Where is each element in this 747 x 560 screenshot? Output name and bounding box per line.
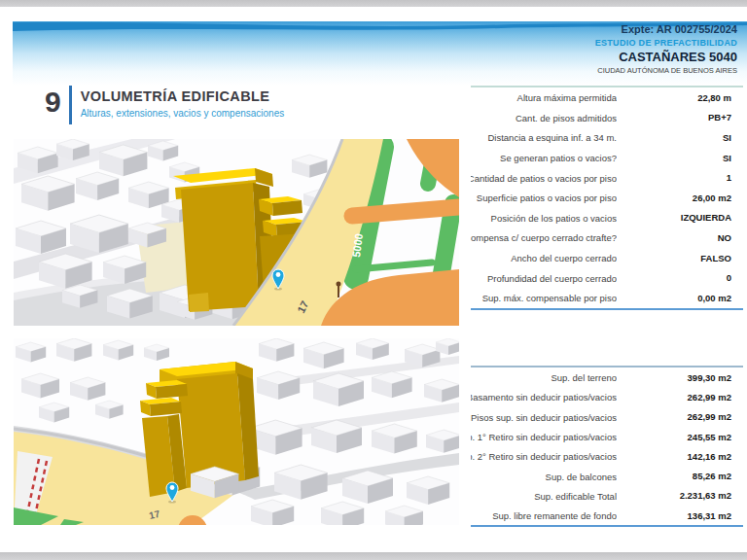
table-row: Sup. del terreno399,30 m2 — [471, 368, 743, 387]
row-value: 245,55 m2 — [617, 432, 743, 442]
row-value: 399,30 m2 — [617, 372, 743, 383]
study-type: ESTUDIO DE PREFACTIBILIDAD — [595, 39, 737, 48]
table-row: Sup. libre remanente de fondo136,31 m2 — [471, 506, 743, 525]
page-edge-bottom — [0, 552, 747, 560]
row-label: Se generan patios o vacios? — [500, 153, 617, 163]
row-label: Cant. de pisos admitidos — [516, 112, 617, 122]
row-label: Sup. edificable Total — [534, 490, 617, 501]
table-row: Cant. de pisos admitidosPB+7 — [471, 108, 743, 128]
row-value: 0 — [617, 272, 743, 283]
row-label: Superficie patios o vacios por piso — [477, 192, 617, 203]
row-label: up. Pisos sup. sin deducir patios/vacios — [471, 411, 617, 422]
table-row: Sup. de balcones85,26 m2 — [471, 466, 743, 485]
row-value: 136,31 m2 — [617, 510, 743, 521]
row-label: Sup. 2° Retiro sin deducir patios/vacios — [471, 451, 617, 462]
table-row: Distancia a esquina inf. a 34 m.SI — [471, 127, 743, 148]
row-value: NO — [617, 232, 743, 243]
table-row: Compensa c/ cuerpo cerrado ctrafte?NO — [471, 228, 743, 248]
row-label: Cantidad de patios o vacios por piso — [471, 172, 617, 183]
table-row: Sup. 1° Retiro sin deducir patios/vacios… — [471, 427, 743, 446]
row-value: 2.231,63 m2 — [617, 490, 743, 501]
table-row: Sup. 2° Retiro sin deducir patios/vacios… — [471, 446, 743, 466]
page-edge-top — [0, 0, 747, 7]
table-row: up. Pisos sup. sin deducir patios/vacios… — [471, 407, 743, 427]
row-label: Sup. de balcones — [546, 471, 617, 481]
table-row: Altura máxima permitida22,80 m — [471, 88, 743, 108]
row-value: 22,80 m — [617, 92, 743, 103]
section-divider — [69, 86, 72, 124]
row-value: 1 — [617, 172, 743, 183]
section-heading: 9 VOLUMETRÍA EDIFICABLE Alturas, extensi… — [45, 86, 284, 124]
row-value: 262,99 m2 — [617, 411, 743, 422]
section-number: 9 — [45, 88, 61, 117]
table-row: Posición de los patios o vaciosIZQUIERDA — [471, 208, 743, 228]
row-label: Compensa c/ cuerpo cerrado ctrafte? — [471, 232, 617, 243]
section-subtitle: Alturas, extensiones, vacios y compensac… — [81, 108, 285, 119]
section-title: VOLUMETRÍA EDIFICABLE — [81, 88, 285, 104]
table-row: up. Basamento sin deducir patios/vacios2… — [471, 387, 743, 406]
row-value: 26,00 m2 — [617, 192, 743, 203]
row-label: Altura máxima permitida — [517, 92, 617, 103]
row-value: FALSO — [617, 253, 743, 263]
row-value: PB+7 — [617, 112, 743, 122]
table-row: Ancho del cuerpo cerradoFALSO — [471, 248, 743, 268]
city-label: CIUDAD AUTÓNOMA DE BUENOS AIRES — [595, 67, 737, 75]
table-row: Profundidad del cuerpo cerrado0 — [471, 267, 743, 288]
row-value: IZQUIERDA — [617, 212, 743, 223]
row-value: SI — [617, 132, 743, 143]
row-label: Profundidad del cuerpo cerrado — [487, 272, 617, 283]
axonometric-render-top: 5000 17 — [14, 139, 459, 326]
row-label: Ancho del cuerpo cerrado — [511, 253, 617, 263]
surface-summary-table: Sup. del terreno399,30 m2 up. Basamento … — [471, 366, 743, 527]
row-label: Posición de los patios o vacios — [491, 212, 617, 223]
row-value: 142,16 m2 — [617, 451, 743, 462]
row-label: up. Basamento sin deducir patios/vacios — [471, 392, 617, 402]
file-number: Expte: AR 002755/2024 — [595, 24, 737, 35]
report-page: Expte: AR 002755/2024 ESTUDIO DE PREFACT… — [0, 0, 747, 560]
table-row: Cantidad de patios o vacios por piso1 — [471, 167, 743, 188]
row-value: 85,26 m2 — [617, 471, 743, 481]
table-row: Sup. edificable Total2.231,63 m2 — [471, 486, 743, 506]
row-value: 262,99 m2 — [617, 392, 743, 402]
row-label: Distancia a esquina inf. a 34 m. — [487, 132, 617, 143]
zoning-parameters-table: Altura máxima permitida22,80 m Cant. de … — [471, 86, 743, 310]
row-label: Sup. libre remanente de fondo — [492, 510, 617, 521]
row-label: Sup. máx. compensable por piso — [482, 293, 617, 303]
row-value: SI — [617, 153, 743, 163]
project-title: CASTAÑARES 5040 — [595, 51, 737, 63]
row-label: Sup. del terreno — [551, 372, 617, 383]
axonometric-render-bottom: 17 — [14, 338, 459, 525]
table-row: Se generan patios o vacios?SI — [471, 148, 743, 168]
row-value: 0,00 m2 — [617, 293, 743, 303]
header-text-block: Expte: AR 002755/2024 ESTUDIO DE PREFACT… — [595, 24, 737, 75]
table-row: Superficie patios o vacios por piso26,00… — [471, 188, 743, 208]
table-row: Sup. máx. compensable por piso0,00 m2 — [471, 288, 743, 308]
row-label: Sup. 1° Retiro sin deducir patios/vacios — [471, 432, 617, 442]
